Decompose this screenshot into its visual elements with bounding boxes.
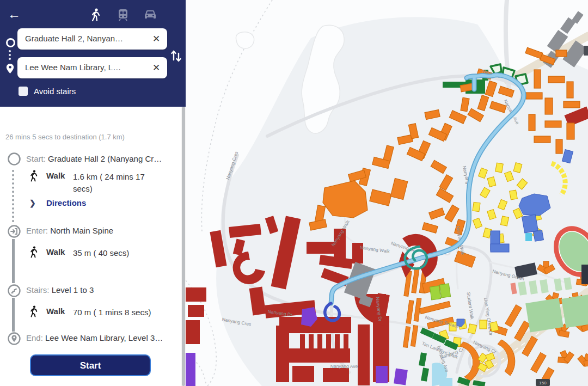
sidebar-scrollbar-thumb[interactable] bbox=[182, 107, 185, 386]
sidebar-header: ← bbox=[0, 0, 186, 107]
stairs-step-title: Level 1 to 3 bbox=[52, 285, 94, 295]
end-step-icon bbox=[7, 332, 21, 346]
origin-circle-icon bbox=[6, 38, 15, 47]
enter-step: Enter: North Main Spine bbox=[26, 226, 181, 235]
destination-input[interactable]: Lee Wee Nam Library, L… ✕ bbox=[17, 57, 167, 78]
walk-icon bbox=[28, 246, 39, 258]
start-step-prefix: Start: bbox=[26, 154, 48, 163]
directions-link[interactable]: Directions bbox=[46, 198, 86, 207]
walk1-detail: 1.6 km ( 24 mins 17 secs) bbox=[73, 171, 159, 195]
stairs-step-icon bbox=[7, 284, 21, 298]
destination-clear-button[interactable]: ✕ bbox=[150, 62, 163, 75]
svg-text:150: 150 bbox=[539, 381, 547, 385]
swap-waypoints-button[interactable] bbox=[169, 47, 183, 63]
car-icon bbox=[143, 8, 157, 22]
end-step: End: Lee Wee Nam Library, Level 3… bbox=[26, 333, 181, 342]
start-step: Start: Graduate Hall 2 (Nanyang Cr… bbox=[26, 154, 181, 163]
walk3-label: Walk bbox=[46, 307, 65, 316]
walk2-label: Walk bbox=[46, 247, 65, 256]
walk3-detail: 70 m ( 1 mins 8 secs) bbox=[73, 307, 176, 318]
dots-icon bbox=[9, 50, 11, 52]
chevron-right-icon: ❯ bbox=[29, 199, 36, 207]
back-button[interactable]: ← bbox=[5, 5, 23, 23]
destination-pin-icon bbox=[5, 63, 15, 76]
walk-icon bbox=[28, 305, 39, 317]
origin-input[interactable]: Graduate Hall 2, Nanyan… ✕ bbox=[17, 28, 167, 50]
avoid-stairs-label: Avoid stairs bbox=[34, 87, 76, 96]
map-badge: 150 bbox=[536, 379, 550, 386]
origin-input-value[interactable]: Graduate Hall 2, Nanyan… bbox=[25, 34, 144, 43]
timeline-solid-connector bbox=[12, 239, 15, 283]
enter-step-title: North Main Spine bbox=[50, 226, 113, 235]
enter-step-icon bbox=[7, 224, 21, 238]
sidebar: ← bbox=[0, 0, 186, 386]
walk-mode-tab[interactable] bbox=[89, 8, 103, 22]
map-canvas: Nanyang CresNanyang AveNanyang AveNanyan… bbox=[186, 0, 588, 386]
start-step-title: Graduate Hall 2 (Nanyang Cr… bbox=[48, 154, 162, 163]
sidebar-scrollbar bbox=[181, 107, 186, 386]
end-step-title: Lee Wee Nam Library, Level 3… bbox=[45, 333, 163, 342]
street-label: Nanyang Ave bbox=[330, 364, 358, 369]
timeline-dotted-connector bbox=[12, 170, 14, 222]
train-icon bbox=[116, 8, 130, 22]
walk-icon bbox=[89, 8, 103, 22]
start-step-icon bbox=[7, 152, 21, 166]
walk1-label: Walk bbox=[46, 171, 65, 180]
destination-input-value[interactable]: Lee Wee Nam Library, L… bbox=[25, 63, 144, 72]
walk2-detail: 35 m ( 40 secs) bbox=[73, 247, 171, 259]
origin-clear-button[interactable]: ✕ bbox=[150, 33, 163, 46]
car-mode-tab[interactable] bbox=[143, 8, 157, 22]
train-mode-tab[interactable] bbox=[116, 8, 130, 22]
timeline-solid-connector bbox=[12, 298, 15, 332]
walk-icon bbox=[28, 170, 39, 182]
end-step-prefix: End: bbox=[26, 333, 45, 342]
route-steps-panel: 26 mins 5 secs to destination (1.7 km) S… bbox=[0, 107, 181, 386]
route-planner-app: ← bbox=[0, 0, 588, 386]
stairs-step-prefix: Stairs: bbox=[26, 285, 52, 295]
stairs-step: Stairs: Level 1 to 3 bbox=[26, 285, 181, 295]
dots-icon bbox=[9, 58, 11, 60]
swap-arrows-icon bbox=[169, 47, 183, 63]
start-button[interactable]: Start bbox=[30, 354, 151, 376]
avoid-stairs-checkbox[interactable] bbox=[19, 87, 28, 96]
campus-map[interactable]: Nanyang CresNanyang AveNanyang AveNanyan… bbox=[186, 0, 588, 386]
enter-step-prefix: Enter: bbox=[26, 226, 50, 235]
dots-icon bbox=[9, 54, 11, 56]
route-summary: 26 mins 5 secs to destination (1.7 km) bbox=[5, 133, 125, 141]
